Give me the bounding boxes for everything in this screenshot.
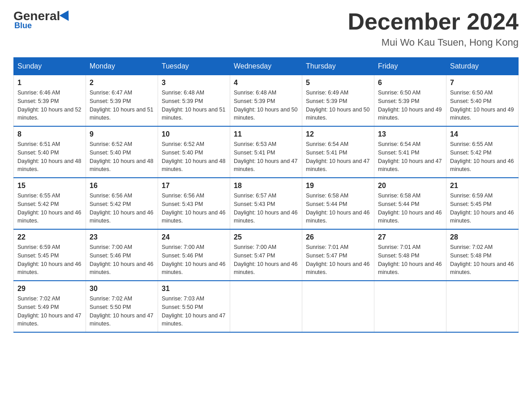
day-number: 10 xyxy=(162,130,226,138)
day-info: Sunrise: 6:47 AMSunset: 5:39 PMDaylight:… xyxy=(90,89,154,122)
day-number: 13 xyxy=(378,130,442,138)
weekday-header-wednesday: Wednesday xyxy=(230,58,302,75)
day-number: 27 xyxy=(378,233,442,241)
day-info: Sunrise: 6:52 AMSunset: 5:40 PMDaylight:… xyxy=(162,140,226,174)
calendar-cell: 5Sunrise: 6:49 AMSunset: 5:39 PMDaylight… xyxy=(302,75,374,127)
day-number: 7 xyxy=(450,79,515,87)
day-number: 26 xyxy=(306,233,370,241)
weekday-header-tuesday: Tuesday xyxy=(158,58,230,75)
calendar-cell: 11Sunrise: 6:53 AMSunset: 5:41 PMDayligh… xyxy=(230,126,302,178)
day-number: 24 xyxy=(162,233,226,241)
day-number: 8 xyxy=(17,130,82,138)
weekday-header-saturday: Saturday xyxy=(446,58,519,75)
weekday-header-sunday: Sunday xyxy=(14,58,86,75)
day-number: 15 xyxy=(17,182,82,190)
day-number: 29 xyxy=(17,285,82,293)
calendar-cell: 19Sunrise: 6:58 AMSunset: 5:44 PMDayligh… xyxy=(302,178,374,229)
day-number: 14 xyxy=(450,130,515,138)
weekday-header-thursday: Thursday xyxy=(302,58,374,75)
calendar-cell: 27Sunrise: 7:01 AMSunset: 5:48 PMDayligh… xyxy=(374,229,446,281)
day-info: Sunrise: 7:00 AMSunset: 5:46 PMDaylight:… xyxy=(90,243,154,277)
day-number: 21 xyxy=(450,182,515,190)
logo-blue-text: Blue xyxy=(14,21,32,30)
day-info: Sunrise: 6:58 AMSunset: 5:44 PMDaylight:… xyxy=(378,192,442,225)
calendar-cell: 30Sunrise: 7:02 AMSunset: 5:50 PMDayligh… xyxy=(86,281,158,332)
day-info: Sunrise: 7:00 AMSunset: 5:46 PMDaylight:… xyxy=(162,243,226,277)
day-info: Sunrise: 7:00 AMSunset: 5:47 PMDaylight:… xyxy=(234,243,298,277)
day-info: Sunrise: 6:54 AMSunset: 5:41 PMDaylight:… xyxy=(306,140,370,174)
day-info: Sunrise: 6:50 AMSunset: 5:39 PMDaylight:… xyxy=(378,89,442,122)
calendar-cell: 16Sunrise: 6:56 AMSunset: 5:42 PMDayligh… xyxy=(86,178,158,229)
location-subtitle: Mui Wo Kau Tsuen, Hong Kong xyxy=(348,37,519,48)
day-info: Sunrise: 6:50 AMSunset: 5:40 PMDaylight:… xyxy=(450,89,515,122)
calendar-week-row: 15Sunrise: 6:55 AMSunset: 5:42 PMDayligh… xyxy=(14,178,519,229)
day-info: Sunrise: 6:52 AMSunset: 5:40 PMDaylight:… xyxy=(90,140,154,174)
day-info: Sunrise: 6:46 AMSunset: 5:39 PMDaylight:… xyxy=(17,89,82,122)
calendar-cell: 8Sunrise: 6:51 AMSunset: 5:40 PMDaylight… xyxy=(14,126,86,178)
calendar-cell: 7Sunrise: 6:50 AMSunset: 5:40 PMDaylight… xyxy=(446,75,519,127)
day-info: Sunrise: 6:51 AMSunset: 5:40 PMDaylight:… xyxy=(17,140,82,174)
day-number: 31 xyxy=(162,285,226,293)
calendar-cell xyxy=(302,281,374,332)
day-info: Sunrise: 7:02 AMSunset: 5:48 PMDaylight:… xyxy=(450,243,515,277)
day-number: 4 xyxy=(234,79,298,87)
day-info: Sunrise: 7:01 AMSunset: 5:48 PMDaylight:… xyxy=(378,243,442,277)
day-number: 11 xyxy=(234,130,298,138)
day-info: Sunrise: 7:03 AMSunset: 5:50 PMDaylight:… xyxy=(162,295,226,328)
day-number: 19 xyxy=(306,182,370,190)
day-info: Sunrise: 6:57 AMSunset: 5:43 PMDaylight:… xyxy=(234,192,298,225)
calendar-cell: 18Sunrise: 6:57 AMSunset: 5:43 PMDayligh… xyxy=(230,178,302,229)
weekday-header-monday: Monday xyxy=(86,58,158,75)
calendar-cell xyxy=(374,281,446,332)
day-info: Sunrise: 6:48 AMSunset: 5:39 PMDaylight:… xyxy=(234,89,298,122)
day-number: 30 xyxy=(90,285,154,293)
calendar-cell: 2Sunrise: 6:47 AMSunset: 5:39 PMDaylight… xyxy=(86,75,158,127)
day-number: 20 xyxy=(378,182,442,190)
calendar-cell: 22Sunrise: 6:59 AMSunset: 5:45 PMDayligh… xyxy=(14,229,86,281)
calendar-cell: 25Sunrise: 7:00 AMSunset: 5:47 PMDayligh… xyxy=(230,229,302,281)
day-info: Sunrise: 6:56 AMSunset: 5:42 PMDaylight:… xyxy=(90,192,154,225)
weekday-header-row: SundayMondayTuesdayWednesdayThursdayFrid… xyxy=(14,58,519,75)
day-number: 3 xyxy=(162,79,226,87)
day-number: 2 xyxy=(90,79,154,87)
day-number: 1 xyxy=(17,79,82,87)
day-number: 12 xyxy=(306,130,370,138)
calendar-cell: 23Sunrise: 7:00 AMSunset: 5:46 PMDayligh… xyxy=(86,229,158,281)
calendar-cell: 21Sunrise: 6:59 AMSunset: 5:45 PMDayligh… xyxy=(446,178,519,229)
calendar-week-row: 1Sunrise: 6:46 AMSunset: 5:39 PMDaylight… xyxy=(14,75,519,127)
logo: General Blue xyxy=(13,9,72,30)
calendar-cell: 15Sunrise: 6:55 AMSunset: 5:42 PMDayligh… xyxy=(14,178,86,229)
day-info: Sunrise: 7:02 AMSunset: 5:49 PMDaylight:… xyxy=(17,295,82,328)
title-section: December 2024 Mui Wo Kau Tsuen, Hong Kon… xyxy=(348,9,519,48)
calendar-cell: 24Sunrise: 7:00 AMSunset: 5:46 PMDayligh… xyxy=(158,229,230,281)
day-info: Sunrise: 7:02 AMSunset: 5:50 PMDaylight:… xyxy=(90,295,154,328)
month-title: December 2024 xyxy=(348,9,519,34)
day-number: 23 xyxy=(90,233,154,241)
day-info: Sunrise: 6:58 AMSunset: 5:44 PMDaylight:… xyxy=(306,192,370,225)
weekday-header-friday: Friday xyxy=(374,58,446,75)
calendar-cell xyxy=(230,281,302,332)
calendar-cell: 9Sunrise: 6:52 AMSunset: 5:40 PMDaylight… xyxy=(86,126,158,178)
day-info: Sunrise: 6:48 AMSunset: 5:39 PMDaylight:… xyxy=(162,89,226,122)
calendar-week-row: 22Sunrise: 6:59 AMSunset: 5:45 PMDayligh… xyxy=(14,229,519,281)
calendar-cell: 26Sunrise: 7:01 AMSunset: 5:47 PMDayligh… xyxy=(302,229,374,281)
calendar-cell: 28Sunrise: 7:02 AMSunset: 5:48 PMDayligh… xyxy=(446,229,519,281)
calendar-cell: 13Sunrise: 6:54 AMSunset: 5:41 PMDayligh… xyxy=(374,126,446,178)
day-number: 5 xyxy=(306,79,370,87)
page-header: General Blue December 2024 Mui Wo Kau Ts… xyxy=(13,9,519,48)
logo-triangle-icon xyxy=(60,8,73,21)
calendar-table: SundayMondayTuesdayWednesdayThursdayFrid… xyxy=(13,57,519,333)
day-info: Sunrise: 6:54 AMSunset: 5:41 PMDaylight:… xyxy=(378,140,442,174)
day-info: Sunrise: 6:53 AMSunset: 5:41 PMDaylight:… xyxy=(234,140,298,174)
calendar-cell: 3Sunrise: 6:48 AMSunset: 5:39 PMDaylight… xyxy=(158,75,230,127)
day-number: 17 xyxy=(162,182,226,190)
calendar-cell: 10Sunrise: 6:52 AMSunset: 5:40 PMDayligh… xyxy=(158,126,230,178)
day-number: 16 xyxy=(90,182,154,190)
day-number: 18 xyxy=(234,182,298,190)
day-info: Sunrise: 6:55 AMSunset: 5:42 PMDaylight:… xyxy=(450,140,515,174)
day-info: Sunrise: 6:49 AMSunset: 5:39 PMDaylight:… xyxy=(306,89,370,122)
day-info: Sunrise: 7:01 AMSunset: 5:47 PMDaylight:… xyxy=(306,243,370,277)
calendar-week-row: 29Sunrise: 7:02 AMSunset: 5:49 PMDayligh… xyxy=(14,281,519,332)
calendar-cell: 17Sunrise: 6:56 AMSunset: 5:43 PMDayligh… xyxy=(158,178,230,229)
day-info: Sunrise: 6:59 AMSunset: 5:45 PMDaylight:… xyxy=(450,192,515,225)
